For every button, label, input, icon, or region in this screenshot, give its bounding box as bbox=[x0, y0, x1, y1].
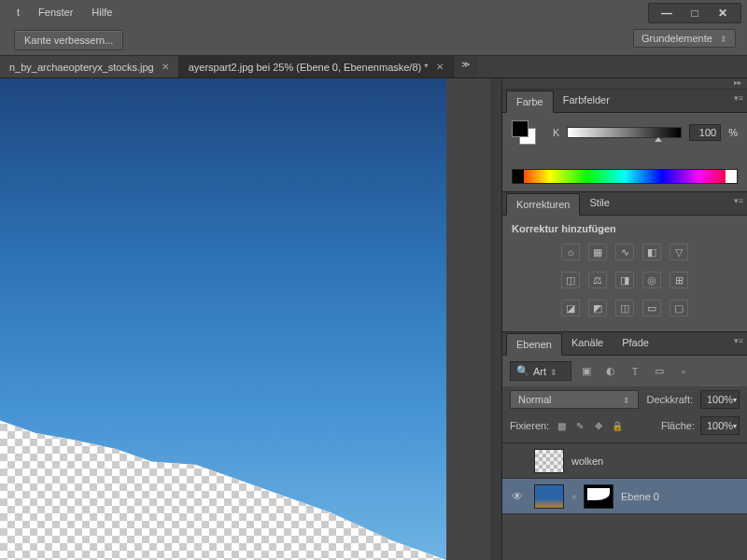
tab-ebenen[interactable]: Ebenen bbox=[506, 333, 562, 356]
workspace-label: Grundelemente bbox=[641, 33, 712, 44]
balance-icon[interactable]: ⚖ bbox=[588, 272, 607, 288]
adjustments-row-3: ◪ ◩ ◫ ▭ ▢ bbox=[502, 294, 747, 322]
tab-kanale[interactable]: Kanäle bbox=[562, 332, 613, 355]
close-icon[interactable]: ✕ bbox=[162, 62, 169, 72]
opacity-value: 100% bbox=[707, 394, 733, 405]
maximize-button[interactable]: □ bbox=[686, 7, 703, 20]
image-content bbox=[0, 78, 446, 560]
opacity-input[interactable]: 100%▾ bbox=[700, 390, 740, 409]
threshold-icon[interactable]: ◫ bbox=[615, 300, 634, 316]
layer-list: wolken 👁 ⟐ Ebene 0 bbox=[502, 443, 747, 514]
menu-fenster[interactable]: Fenster bbox=[29, 3, 82, 21]
document-tab-bar: n_by_archaeopteryx_stocks.jpg ✕ ayerspar… bbox=[0, 56, 747, 78]
visibility-toggle[interactable]: 👁 bbox=[508, 490, 527, 503]
filter-type-icon[interactable]: T bbox=[626, 363, 644, 380]
chevron-updown-icon bbox=[623, 394, 630, 405]
document-tab-1-label: n_by_archaeopteryx_stocks.jpg bbox=[9, 62, 154, 73]
lock-pixels-icon[interactable]: ✎ bbox=[573, 419, 586, 432]
layers-blend-row: Normal Deckkraft: 100%▾ bbox=[502, 386, 747, 413]
layer-name[interactable]: wolken bbox=[571, 455, 741, 467]
refine-edge-button[interactable]: Kante verbessern... bbox=[14, 30, 123, 50]
bw-icon[interactable]: ◨ bbox=[615, 272, 634, 288]
adjustments-row-2: ◫ ⚖ ◨ ◎ ⊞ bbox=[502, 266, 747, 294]
filter-pixel-icon[interactable]: ▣ bbox=[577, 363, 596, 380]
filter-adjustment-icon[interactable]: ◐ bbox=[601, 363, 620, 380]
layer-filter-kind[interactable]: 🔍 Art bbox=[510, 361, 571, 381]
options-bar: Kante verbessern... Grundelemente bbox=[0, 24, 747, 56]
tab-farbfelder[interactable]: Farbfelder bbox=[554, 90, 619, 112]
blend-mode-select[interactable]: Normal bbox=[510, 390, 639, 409]
color-panel: K 100 % bbox=[502, 113, 747, 192]
lock-transparency-icon[interactable]: ▩ bbox=[555, 419, 568, 432]
adjustments-row-1: ☼ ▦ ∿ ◧ ▽ bbox=[502, 238, 747, 266]
layers-lock-row: Fixieren: ▩ ✎ ✥ 🔒 Fläche: 100%▾ bbox=[502, 413, 747, 443]
close-icon[interactable]: ✕ bbox=[436, 62, 444, 72]
levels-icon[interactable]: ▦ bbox=[588, 244, 607, 260]
minimize-button[interactable]: — bbox=[658, 7, 675, 20]
tab-farbe[interactable]: Farbe bbox=[506, 91, 554, 113]
curves-icon[interactable]: ∿ bbox=[615, 244, 634, 260]
k-slider[interactable] bbox=[567, 127, 682, 138]
close-button[interactable]: ✕ bbox=[714, 7, 731, 20]
lock-label: Fixieren: bbox=[510, 420, 549, 431]
fill-value: 100% bbox=[707, 420, 733, 431]
adjustments-panel-tabs: Korrekturen Stile ▾≡ bbox=[502, 192, 747, 216]
selective-color-icon[interactable]: ▢ bbox=[669, 300, 688, 316]
chevron-updown-icon bbox=[550, 366, 557, 377]
more-tabs-button[interactable]: ≫ bbox=[454, 56, 477, 77]
adjustments-panel: Korrektur hinzufügen ☼ ▦ ∿ ◧ ▽ ◫ ⚖ ◨ ◎ ⊞… bbox=[502, 216, 747, 332]
layers-filter-row: 🔍 Art ▣ ◐ T ▭ ▫ bbox=[502, 356, 747, 386]
slider-handle-icon[interactable] bbox=[655, 137, 662, 142]
foreground-swatch[interactable] bbox=[512, 120, 529, 137]
menu-hilfe[interactable]: Hilfe bbox=[82, 3, 121, 21]
window-controls: — □ ✕ bbox=[648, 3, 741, 23]
color-swatches[interactable] bbox=[512, 120, 536, 145]
fill-input[interactable]: 100%▾ bbox=[700, 416, 740, 435]
workspace-switcher[interactable]: Grundelemente bbox=[633, 29, 736, 48]
fill-label: Fläche: bbox=[661, 420, 695, 431]
channel-mixer-icon[interactable]: ⊞ bbox=[669, 272, 688, 288]
k-value-input[interactable]: 100 bbox=[689, 124, 721, 141]
chevron-updown-icon bbox=[720, 33, 727, 44]
transparency-region bbox=[0, 401, 446, 560]
hue-icon[interactable]: ◫ bbox=[561, 272, 580, 288]
tab-korrekturen[interactable]: Korrekturen bbox=[506, 193, 580, 216]
menu-t[interactable]: t bbox=[7, 3, 29, 21]
color-spectrum[interactable] bbox=[512, 169, 738, 184]
tab-pfade[interactable]: Pfade bbox=[613, 332, 658, 355]
document-tab-2-label: ayerspart2.jpg bei 25% (Ebene 0, Ebenenm… bbox=[189, 62, 429, 73]
posterize-icon[interactable]: ◩ bbox=[588, 300, 607, 316]
lock-position-icon[interactable]: ✥ bbox=[592, 419, 605, 432]
blend-mode-label: Normal bbox=[518, 394, 551, 405]
layer-name[interactable]: Ebene 0 bbox=[621, 491, 741, 502]
filter-shape-icon[interactable]: ▭ bbox=[650, 363, 669, 380]
document-tab-2[interactable]: ayerspart2.jpg bei 25% (Ebene 0, Ebenenm… bbox=[179, 56, 454, 77]
layer-mask-thumbnail[interactable] bbox=[584, 484, 613, 509]
canvas-area[interactable] bbox=[0, 78, 501, 560]
vibrance-icon[interactable]: ▽ bbox=[669, 244, 688, 260]
layer-filter-label: Art bbox=[533, 366, 546, 377]
document-tab-1[interactable]: n_by_archaeopteryx_stocks.jpg ✕ bbox=[0, 56, 179, 77]
exposure-icon[interactable]: ◧ bbox=[642, 244, 661, 260]
gradient-map-icon[interactable]: ▭ bbox=[642, 300, 661, 316]
tab-stile[interactable]: Stile bbox=[580, 192, 618, 215]
layer-thumbnail[interactable] bbox=[534, 449, 564, 473]
link-icon[interactable]: ⟐ bbox=[571, 492, 576, 501]
percent-label: % bbox=[728, 127, 738, 138]
panel-collapse-bar[interactable]: ▸▸ bbox=[502, 78, 747, 90]
adjustments-hint: Korrektur hinzufügen bbox=[502, 221, 747, 238]
k-label: K bbox=[553, 127, 559, 138]
document-canvas[interactable] bbox=[0, 78, 490, 560]
brightness-icon[interactable]: ☼ bbox=[561, 244, 580, 260]
invert-icon[interactable]: ◪ bbox=[561, 300, 580, 316]
vertical-scrollbar[interactable] bbox=[490, 78, 501, 560]
panel-menu-icon[interactable]: ▾≡ bbox=[734, 93, 743, 103]
lock-all-icon[interactable]: 🔒 bbox=[611, 419, 624, 432]
photo-filter-icon[interactable]: ◎ bbox=[642, 272, 661, 288]
filter-smart-icon[interactable]: ▫ bbox=[674, 363, 693, 380]
panel-menu-icon[interactable]: ▾≡ bbox=[734, 336, 743, 345]
panel-menu-icon[interactable]: ▾≡ bbox=[734, 196, 743, 205]
layer-thumbnail[interactable] bbox=[534, 484, 564, 509]
layer-row[interactable]: wolken bbox=[502, 443, 747, 479]
layer-row[interactable]: 👁 ⟐ Ebene 0 bbox=[502, 479, 747, 514]
